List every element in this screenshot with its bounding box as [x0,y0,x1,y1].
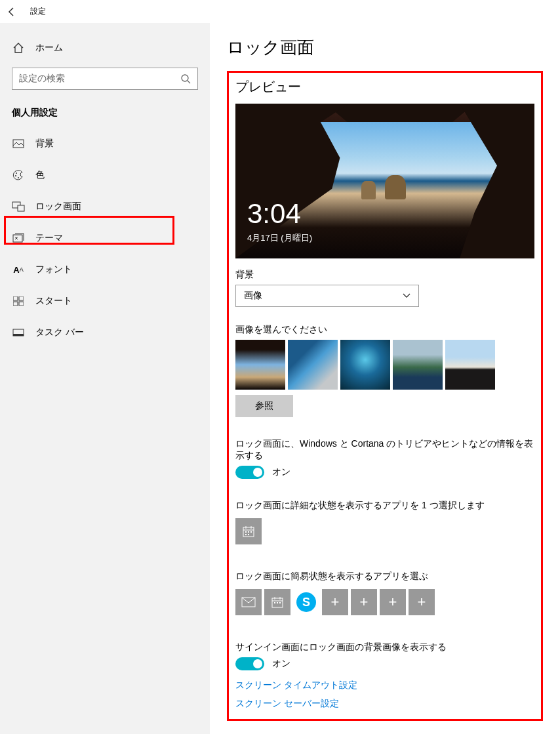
image-thumb-5[interactable] [445,340,495,390]
sidebar-item-start[interactable]: スタート [0,285,210,317]
svg-rect-19 [248,534,249,535]
fonts-icon: AA [12,263,25,276]
image-thumb-3[interactable] [340,340,390,390]
quick-app-tile-mail[interactable] [235,589,262,615]
sidebar-item-label: フォント [35,264,72,275]
choose-image-label: 画像を選んでください [235,324,534,336]
svg-rect-6 [18,205,24,211]
svg-rect-24 [279,602,281,603]
preview-time: 3:04 [247,198,301,230]
trivia-toggle-state: オン [272,466,290,478]
lockscreen-icon [12,200,25,213]
sidebar: ホーム 設定の検索 個人用設定 背景 色 ロック画面 テーマ AA フォン [0,23,210,734]
palette-icon [12,169,25,182]
svg-rect-17 [250,531,252,533]
svg-rect-8 [13,296,18,300]
quick-app-tile-skype[interactable]: S [293,589,319,615]
svg-rect-13 [13,334,24,336]
sidebar-home[interactable]: ホーム [0,32,210,64]
page-title: ロック画面 [227,36,543,59]
link-screensaver[interactable]: スクリーン セーバー設定 [235,698,534,710]
titlebar: 設定 [0,0,560,23]
sidebar-item-background[interactable]: 背景 [0,128,210,159]
calendar-icon [271,596,284,609]
quick-app-label: ロック画面に簡易状態を表示するアプリを選ぶ [235,571,534,582]
quick-app-tile-add-1[interactable]: + [322,589,348,615]
svg-rect-23 [277,602,278,603]
start-icon [12,295,25,308]
trivia-toggle[interactable] [235,466,264,479]
preview-date: 4月17日 (月曜日) [247,232,312,244]
back-icon[interactable] [5,5,18,18]
sidebar-item-label: 色 [35,169,45,181]
trivia-label: ロック画面に、Windows と Cortana のトリビアやヒントなどの情報を… [235,438,534,462]
search-placeholder: 設定の検索 [19,73,65,85]
svg-rect-18 [245,534,247,535]
detailed-app-label: ロック画面に詳細な状態を表示するアプリを 1 つ選択します [235,500,534,512]
calendar-icon [242,525,255,538]
svg-rect-15 [245,531,247,533]
image-thumb-4[interactable] [393,340,443,390]
chevron-down-icon [403,293,410,298]
svg-rect-22 [274,602,275,603]
titlebar-title: 設定 [30,6,46,17]
sidebar-home-label: ホーム [35,42,63,54]
sidebar-section-header: 個人用設定 [0,103,210,128]
quick-app-tile-calendar[interactable] [264,589,290,615]
svg-rect-9 [19,296,24,300]
plus-icon: + [389,594,397,611]
link-screen-timeout[interactable]: スクリーン タイムアウト設定 [235,680,534,691]
background-dropdown[interactable]: 画像 [235,285,419,307]
plus-icon: + [418,594,426,611]
skype-icon: S [296,592,316,612]
mail-icon [241,597,256,607]
sidebar-item-colors[interactable]: 色 [0,159,210,191]
svg-rect-10 [13,302,18,306]
image-thumbnails [235,340,534,390]
quick-app-tile-add-2[interactable]: + [351,589,377,615]
sidebar-item-label: スタート [35,295,72,307]
sidebar-item-taskbar[interactable]: タスク バー [0,317,210,348]
svg-point-2 [16,173,17,174]
quick-app-tile-add-4[interactable]: + [409,589,435,615]
highlight-main-content: プレビュー 3:04 4月17日 (月曜日) 背景 画像 画像を選んでください [227,71,543,721]
signin-bg-toggle[interactable] [235,657,264,670]
sidebar-item-fonts[interactable]: AA フォント [0,254,210,285]
plus-icon: + [331,594,340,611]
svg-point-4 [18,177,19,178]
image-thumb-1[interactable] [235,340,285,390]
svg-point-3 [15,175,16,176]
home-icon [12,41,25,54]
browse-button[interactable]: 参照 [235,395,293,417]
sidebar-item-label: ロック画面 [35,201,81,213]
picture-icon [12,137,25,150]
main-content: ロック画面 プレビュー 3:04 4月17日 (月曜日) 背景 画像 画像を選ん… [210,23,560,734]
background-label: 背景 [235,269,534,281]
detailed-app-tile-calendar[interactable] [235,518,262,544]
highlight-sidebar-lockscreen [4,216,174,245]
preview-heading: プレビュー [235,78,534,96]
sidebar-item-label: タスク バー [35,327,84,338]
svg-point-0 [182,75,188,81]
svg-rect-11 [19,302,24,306]
lockscreen-preview: 3:04 4月17日 (月曜日) [235,104,534,258]
taskbar-icon [12,326,25,339]
quick-app-tile-add-3[interactable]: + [380,589,406,615]
signin-bg-label: サインイン画面にロック画面の背景画像を表示する [235,642,534,653]
plus-icon: + [360,594,369,611]
sidebar-item-label: 背景 [35,138,54,150]
search-icon [180,73,191,84]
image-thumb-2[interactable] [288,340,338,390]
search-input[interactable]: 設定の検索 [12,68,198,90]
svg-rect-16 [248,531,249,533]
signin-bg-toggle-state: オン [272,658,290,670]
dropdown-value: 画像 [244,290,262,302]
